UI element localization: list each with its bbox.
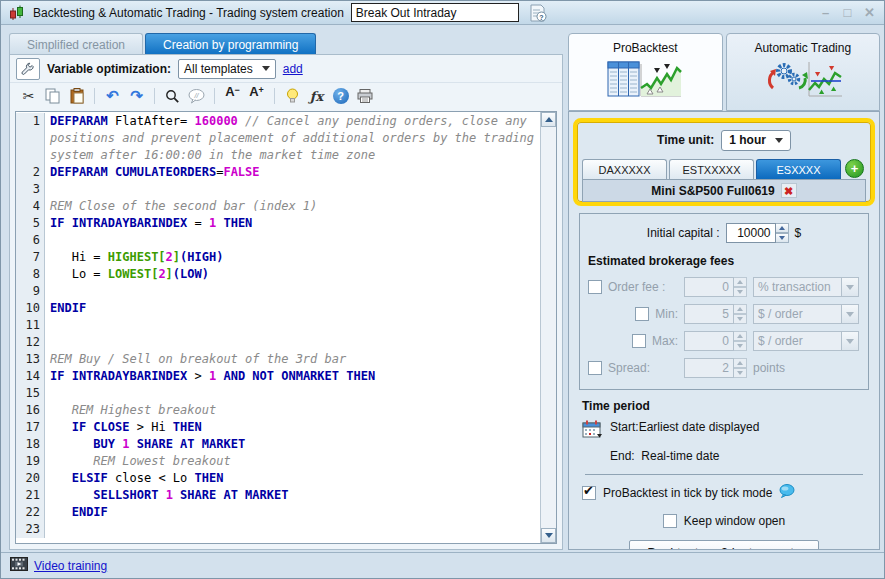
editor-toolbar: ✂ ↶ ↷ // A− A+ <box>10 83 562 109</box>
code-line[interactable]: 13REM Buy / Sell on breakout of the 3rd … <box>16 351 540 368</box>
scroll-down-icon[interactable] <box>541 528 556 543</box>
code-line[interactable]: 11 <box>16 317 540 334</box>
step-up-icon[interactable] <box>734 358 747 368</box>
spread-value[interactable]: 2 <box>684 358 734 378</box>
search-icon[interactable] <box>162 86 183 106</box>
hint-bulb-icon[interactable] <box>282 86 303 106</box>
function-icon[interactable]: ƒx <box>306 86 327 106</box>
step-down-icon[interactable] <box>734 314 747 324</box>
code-line[interactable]: 22 ENDIF <box>16 504 540 521</box>
chevron-down-icon[interactable] <box>842 277 859 297</box>
undo-icon[interactable]: ↶ <box>102 86 123 106</box>
step-up-icon[interactable] <box>734 277 747 287</box>
code-line[interactable]: 23 <box>16 521 540 538</box>
time-unit-select[interactable]: 1 hour <box>721 130 791 151</box>
order-fee-stepper[interactable]: 0 <box>684 277 747 297</box>
keep-window-checkbox[interactable] <box>663 514 677 528</box>
cut-icon[interactable]: ✂ <box>18 86 39 106</box>
step-up-icon[interactable] <box>734 331 747 341</box>
step-down-icon[interactable] <box>734 368 747 378</box>
spread-checkbox[interactable] <box>588 361 602 375</box>
min-fee-value[interactable]: 5 <box>684 304 734 324</box>
video-training-link[interactable]: Video training <box>34 559 107 573</box>
remove-instrument-icon[interactable]: ✖ <box>781 183 797 198</box>
increase-font-icon[interactable]: A+ <box>246 86 267 106</box>
code-line[interactable]: 15 <box>16 385 540 402</box>
initial-capital-value[interactable]: 10000 <box>726 223 776 243</box>
code-line[interactable]: 18 BUY 1 SHARE AT MARKET <box>16 436 540 453</box>
code-line[interactable]: 1DEFPARAM FlatAfter= 160000 // Cancel an… <box>16 113 540 130</box>
code-line[interactable]: 2DEFPARAM CUMULATEORDERS=FALSE <box>16 164 540 181</box>
code-editor[interactable]: 1DEFPARAM FlatAfter= 160000 // Cancel an… <box>15 111 557 544</box>
min-fee-unit-select[interactable]: $ / order <box>753 304 859 324</box>
code-line[interactable]: 21 SELLSHORT 1 SHARE AT MARKET <box>16 487 540 504</box>
max-fee-value[interactable]: 0 <box>684 331 734 351</box>
maximize-button[interactable]: □ <box>840 5 855 20</box>
code-line[interactable]: 12 <box>16 334 540 351</box>
order-fee-value[interactable]: 0 <box>684 277 734 297</box>
code-line[interactable]: 10ENDIF <box>16 300 540 317</box>
code-line[interactable]: 16 REM Highest breakout <box>16 402 540 419</box>
comment-icon[interactable]: // <box>186 86 207 106</box>
initial-capital-stepper[interactable]: 10000 <box>726 223 789 243</box>
calendar-icon[interactable] <box>582 420 603 442</box>
decrease-font-icon[interactable]: A− <box>222 86 243 106</box>
backtest-button[interactable]: Backtest on 3 instruments <box>629 540 818 550</box>
min-fee-stepper[interactable]: 5 <box>684 304 747 324</box>
tab-automatic-trading[interactable]: Automatic Trading <box>726 33 881 111</box>
close-button[interactable]: ✕ <box>862 5 877 20</box>
editor-scrollbar[interactable] <box>540 112 556 543</box>
order-fee-checkbox[interactable] <box>588 280 602 294</box>
order-fee-unit-select[interactable]: % transaction <box>753 277 859 297</box>
step-up-icon[interactable] <box>734 304 747 314</box>
code-line[interactable]: 19 REM Lowest breakout <box>16 453 540 470</box>
code-line[interactable]: 7 Hi = HIGHEST[2](HIGH) <box>16 249 540 266</box>
instrument-tab-esxxxx[interactable]: ESXXXX <box>756 159 841 179</box>
chevron-down-icon[interactable] <box>842 304 859 324</box>
redo-icon[interactable]: ↷ <box>126 86 147 106</box>
instrument-tab-daxxxxx[interactable]: DAXXXXX <box>582 159 667 179</box>
code-line[interactable]: 9 <box>16 283 540 300</box>
help-icon[interactable]: ? <box>330 86 351 106</box>
templates-select[interactable]: All templates <box>178 59 276 79</box>
min-fee-checkbox[interactable] <box>635 307 649 321</box>
instrument-tab-estxxxxx[interactable]: ESTXXXXX <box>669 159 754 179</box>
copy-icon[interactable] <box>42 86 63 106</box>
tab-simplified-creation[interactable]: Simplified creation <box>9 33 143 55</box>
code-line[interactable]: 3 <box>16 181 540 198</box>
code-line[interactable]: 6 <box>16 232 540 249</box>
code-line[interactable]: 4REM Close of the second bar (index 1) <box>16 198 540 215</box>
code-line[interactable]: system after 16:00:00 in the market time… <box>16 147 540 164</box>
print-icon[interactable] <box>354 86 375 106</box>
code-line[interactable]: 14IF INTRADAYBARINDEX > 1 AND NOT ONMARK… <box>16 368 540 385</box>
max-fee-unit-select[interactable]: $ / order <box>753 331 859 351</box>
tab-probacktest[interactable]: ProBacktest <box>568 33 723 111</box>
chevron-down-icon[interactable] <box>842 331 859 351</box>
add-template-link[interactable]: add <box>283 62 303 76</box>
max-fee-stepper[interactable]: 0 <box>684 331 747 351</box>
step-down-icon[interactable] <box>776 233 789 243</box>
line-number: 21 <box>16 487 45 504</box>
code-line[interactable]: 5IF INTRADAYBARINDEX = 1 THEN <box>16 215 540 232</box>
order-fee-label: Order fee : <box>608 280 665 294</box>
code-line[interactable]: 8 Lo = LOWEST[2](LOW) <box>16 266 540 283</box>
step-up-icon[interactable] <box>776 223 789 233</box>
code-line[interactable]: 20 ELSIF close < Lo THEN <box>16 470 540 487</box>
tick-mode-checkbox[interactable] <box>582 486 596 500</box>
system-name-input[interactable]: Break Out Intraday <box>351 3 519 22</box>
app-candlestick-icon <box>8 5 26 21</box>
report-help-icon[interactable]: ? <box>526 3 550 23</box>
add-instrument-icon[interactable]: + <box>845 159 864 178</box>
step-down-icon[interactable] <box>734 341 747 351</box>
spread-stepper[interactable]: 2 <box>684 358 747 378</box>
code-line[interactable]: positions and prevent placement of addit… <box>16 130 540 147</box>
tab-creation-by-programming[interactable]: Creation by programming <box>145 33 316 55</box>
minimize-button[interactable]: – <box>818 5 833 20</box>
max-fee-checkbox[interactable] <box>632 334 646 348</box>
paste-icon[interactable] <box>66 86 87 106</box>
scroll-up-icon[interactable] <box>541 112 556 127</box>
step-down-icon[interactable] <box>734 287 747 297</box>
optimization-wrench-button[interactable] <box>16 58 40 80</box>
code-line[interactable]: 17 IF CLOSE > Hi THEN <box>16 419 540 436</box>
tick-mode-bubble-icon[interactable] <box>779 484 795 501</box>
